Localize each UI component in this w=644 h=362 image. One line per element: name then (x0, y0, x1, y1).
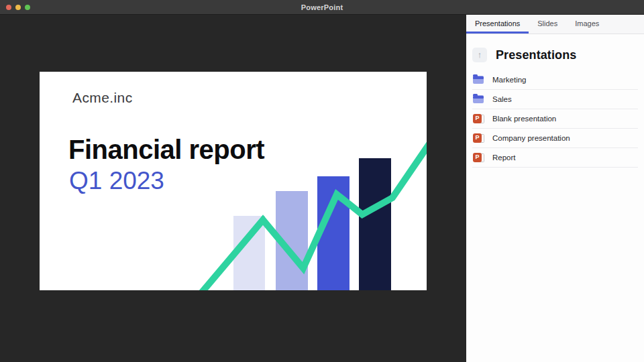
tab-images[interactable]: Images (566, 15, 608, 34)
icon-slot (473, 76, 484, 84)
ppt-letter: P (475, 115, 479, 121)
list-item-company-presentation[interactable]: P Company presentation (472, 129, 638, 148)
window-titlebar: PowerPoint (0, 0, 644, 15)
list-item-label: Report (492, 154, 516, 162)
list-item-label: Company presentation (492, 134, 570, 142)
ppt-letter: P (475, 154, 479, 160)
navigate-up-button[interactable]: ↑ (472, 48, 487, 62)
tab-slides[interactable]: Slides (529, 15, 566, 34)
ppt-letter-box: P (473, 114, 482, 123)
ppt-letter-box: P (473, 133, 482, 143)
traffic-lights (6, 0, 30, 15)
file-browser-panel: Presentations Slides Images ↑ Presentati… (466, 15, 644, 362)
icon-slot: P (473, 114, 484, 124)
list-item-label: Sales (492, 95, 512, 103)
zoom-window-button[interactable] (25, 5, 30, 10)
folder-icon (473, 95, 484, 103)
chart-bar-4 (359, 158, 391, 290)
slide-logo-text[interactable]: Acme.inc (72, 90, 133, 106)
window-title: PowerPoint (0, 3, 644, 11)
powerpoint-file-icon: P (473, 133, 484, 143)
icon-slot: P (473, 153, 484, 163)
slide-title-text[interactable]: Financial report (68, 135, 264, 165)
panel-header: ↑ Presentations (472, 48, 638, 62)
slide-canvas[interactable]: Acme.inc Financial report Q1 2023 (40, 72, 427, 290)
list-item-report[interactable]: P Report (472, 148, 638, 168)
folder-icon (473, 76, 484, 84)
list-item-marketing[interactable]: Marketing (472, 70, 638, 90)
list-item-label: Marketing (492, 76, 527, 84)
icon-slot: P (473, 133, 484, 143)
powerpoint-file-icon: P (473, 114, 484, 124)
arrow-up-icon: ↑ (478, 48, 482, 62)
list-item-blank-presentation[interactable]: P Blank presentation (472, 109, 638, 129)
file-list: Marketing Sales P Blank presentati (472, 70, 638, 168)
editor-stage: Acme.inc Financial report Q1 2023 (0, 15, 466, 362)
list-item-label: Blank presentation (492, 115, 556, 123)
close-window-button[interactable] (6, 5, 11, 10)
ppt-letter: P (475, 135, 479, 141)
panel-title: Presentations (496, 48, 576, 62)
app-window: PowerPoint Acme.inc Financial report Q1 … (0, 0, 644, 362)
powerpoint-file-icon: P (473, 153, 484, 163)
icon-slot (473, 95, 484, 103)
tab-presentations[interactable]: Presentations (466, 15, 529, 34)
slide-subtitle-text[interactable]: Q1 2023 (69, 167, 164, 195)
minimize-window-button[interactable] (15, 5, 21, 10)
list-item-sales[interactable]: Sales (472, 90, 638, 109)
panel-tabbar: Presentations Slides Images (466, 15, 644, 34)
ppt-letter-box: P (473, 153, 482, 162)
